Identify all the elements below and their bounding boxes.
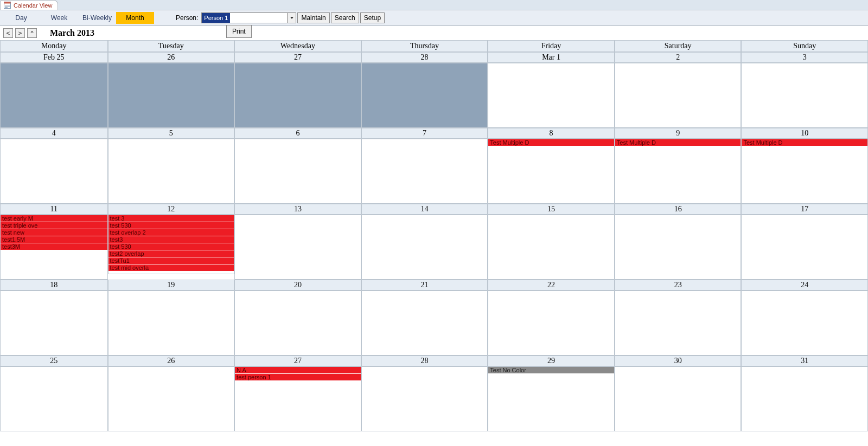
- date-header[interactable]: 19: [108, 280, 235, 290]
- date-header[interactable]: 5: [108, 128, 235, 139]
- calendar-event[interactable]: testTu1: [108, 257, 234, 264]
- day-cell[interactable]: [108, 290, 235, 355]
- day-cell[interactable]: [615, 366, 742, 431]
- person-select[interactable]: Person 1: [201, 12, 296, 23]
- calendar-event[interactable]: test overlap 2: [108, 229, 234, 236]
- day-cell[interactable]: Test Multiple D: [488, 139, 615, 204]
- calendar-event[interactable]: test3M: [1, 243, 107, 250]
- calendar-event[interactable]: test 3: [108, 215, 234, 222]
- day-cell[interactable]: Test No Color: [488, 366, 615, 431]
- day-cell[interactable]: [361, 290, 488, 355]
- date-header[interactable]: 18: [0, 280, 108, 290]
- calendar-event[interactable]: test person 1: [235, 374, 361, 381]
- date-header[interactable]: 14: [361, 204, 488, 215]
- date-header[interactable]: 2: [615, 52, 742, 63]
- calendar-event[interactable]: test mid overla: [108, 264, 234, 272]
- date-header[interactable]: 29: [488, 355, 615, 366]
- date-header[interactable]: 26: [108, 52, 235, 63]
- date-header[interactable]: 30: [615, 355, 742, 366]
- day-cell[interactable]: [615, 290, 742, 355]
- date-header[interactable]: 20: [234, 280, 361, 290]
- date-header[interactable]: 12: [108, 204, 235, 215]
- day-cell[interactable]: [361, 139, 488, 204]
- calendar-event[interactable]: Test Multiple D: [488, 139, 614, 146]
- day-cell[interactable]: [234, 215, 361, 280]
- day-cell[interactable]: test early Mtest triple ovetest newtest1…: [0, 215, 108, 280]
- calendar-event[interactable]: test new: [1, 229, 107, 236]
- view-week-button[interactable]: Week: [40, 12, 78, 24]
- view-month-button[interactable]: Month: [116, 12, 154, 24]
- day-cell[interactable]: [741, 290, 868, 355]
- up-button[interactable]: ^: [27, 28, 37, 38]
- date-header[interactable]: 23: [615, 280, 742, 290]
- date-header[interactable]: 15: [488, 204, 615, 215]
- day-cell[interactable]: [488, 215, 615, 280]
- date-header[interactable]: 8: [488, 128, 615, 139]
- calendar-event[interactable]: test 530: [108, 243, 234, 250]
- day-cell[interactable]: [488, 290, 615, 355]
- day-cell[interactable]: [108, 139, 235, 204]
- calendar-event[interactable]: test early M: [1, 215, 107, 222]
- day-cell[interactable]: [361, 215, 488, 280]
- calendar-event[interactable]: test triple ove: [1, 222, 107, 229]
- day-cell[interactable]: [0, 63, 108, 128]
- date-header[interactable]: 27: [234, 52, 361, 63]
- calendar-event[interactable]: test1.5M: [1, 236, 107, 243]
- day-cell[interactable]: [741, 366, 868, 431]
- day-cell[interactable]: [361, 63, 488, 128]
- date-header[interactable]: 4: [0, 128, 108, 139]
- calendar-event[interactable]: N A: [235, 367, 361, 374]
- tab-calendar-view[interactable]: Calendar View: [0, 0, 58, 10]
- date-header[interactable]: 7: [361, 128, 488, 139]
- date-header[interactable]: 17: [741, 204, 868, 215]
- day-cell[interactable]: [108, 63, 235, 128]
- day-cell[interactable]: N Atest person 1: [234, 366, 361, 431]
- date-header[interactable]: 28: [361, 355, 488, 366]
- chevron-down-icon[interactable]: [287, 13, 296, 23]
- person-input-blank[interactable]: [230, 13, 287, 23]
- calendar-event[interactable]: test 530: [108, 222, 234, 229]
- day-cell[interactable]: test 3test 530test overlap 2test3test 53…: [108, 215, 235, 274]
- day-cell[interactable]: [361, 366, 488, 431]
- date-header[interactable]: 25: [0, 355, 108, 366]
- date-header[interactable]: Mar 1: [488, 52, 615, 63]
- date-header[interactable]: 11: [0, 204, 108, 215]
- date-header[interactable]: 31: [741, 355, 868, 366]
- date-header[interactable]: 24: [741, 280, 868, 290]
- day-cell[interactable]: [0, 290, 108, 355]
- maintain-button[interactable]: Maintain: [297, 12, 329, 23]
- date-header[interactable]: 13: [234, 204, 361, 215]
- calendar-event[interactable]: Test Multiple D: [742, 139, 867, 146]
- date-header[interactable]: 9: [615, 128, 742, 139]
- date-header[interactable]: 10: [741, 128, 868, 139]
- date-header[interactable]: 28: [361, 52, 488, 63]
- view-biweekly-button[interactable]: Bi-Weekly: [78, 12, 116, 24]
- day-cell[interactable]: [234, 290, 361, 355]
- date-header[interactable]: 27: [234, 355, 361, 366]
- day-cell[interactable]: [234, 139, 361, 204]
- day-cell[interactable]: [0, 366, 108, 431]
- day-cell[interactable]: [488, 63, 615, 128]
- prev-button[interactable]: <: [3, 28, 13, 38]
- day-cell[interactable]: Test Multiple D: [615, 139, 742, 204]
- day-cell[interactable]: [108, 366, 235, 431]
- search-button[interactable]: Search: [331, 12, 359, 23]
- calendar-event[interactable]: Test Multiple D: [615, 139, 741, 146]
- day-cell[interactable]: [234, 63, 361, 128]
- calendar-event[interactable]: Test No Color: [488, 367, 614, 374]
- print-button[interactable]: Print: [226, 25, 252, 38]
- date-header[interactable]: 21: [361, 280, 488, 290]
- day-cell[interactable]: [0, 139, 108, 204]
- day-cell[interactable]: [615, 215, 742, 280]
- day-cell[interactable]: [741, 215, 868, 280]
- setup-button[interactable]: Setup: [360, 12, 385, 23]
- view-day-button[interactable]: Day: [2, 12, 40, 24]
- date-header[interactable]: Feb 25: [0, 52, 108, 63]
- calendar-event[interactable]: test3: [108, 236, 234, 243]
- day-cell[interactable]: Test Multiple D: [741, 139, 868, 204]
- date-header[interactable]: 6: [234, 128, 361, 139]
- date-header[interactable]: 16: [615, 204, 742, 215]
- date-header[interactable]: 3: [741, 52, 868, 63]
- day-cell[interactable]: [741, 63, 868, 128]
- date-header[interactable]: 26: [108, 355, 235, 366]
